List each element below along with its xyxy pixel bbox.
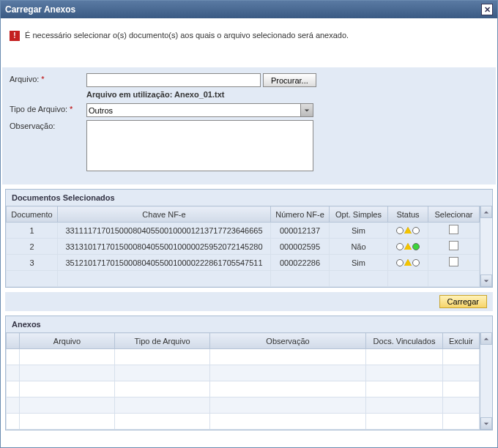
cell-status [388,255,428,271]
cell-chave: 3311117170150008040550010000121371772364… [58,223,271,239]
col-documento[interactable]: Documento [7,206,58,223]
table-row[interactable]: 1 33111171701500080405500100001213717723… [7,223,480,239]
browse-button[interactable]: Procurar... [263,73,316,87]
cell-select [428,223,480,239]
modal-content: ! É necessário selecionar o(s) documento… [1,18,497,441]
docs-header-row: Documento Chave NF-e Número NF-e Opt. Si… [7,206,480,223]
col-obs[interactable]: Observação [210,333,366,349]
required-marker: * [70,105,73,113]
table-row-empty [7,271,480,287]
cell-opt: Sim [330,255,388,271]
form-area: Arquivo:* Procurar... Arquivo em utiliza… [2,67,496,184]
cell-select [428,239,480,255]
observation-textarea[interactable] [86,120,313,171]
table-row[interactable]: 2 33131017170150008040550010000025952072… [7,239,480,255]
modal-title: Carregar Anexos [5,4,75,15]
scrollbar-track[interactable] [480,218,492,275]
row-checkbox[interactable] [449,257,458,266]
obs-label: Observação: [10,120,86,130]
scroll-up-icon[interactable] [480,206,492,218]
modal: Carregar Anexos ✕ ! É necessário selecio… [0,0,498,448]
table-row[interactable]: 3 35121017170150008040550010000222861705… [7,255,480,271]
required-marker: * [41,75,44,83]
anexos-panel: Anexos Arquivo Tipo de Arquivo Observaç [5,316,493,430]
col-numero[interactable]: Número NF-e [271,206,330,223]
file-label: Arquivo:* [10,73,86,83]
scroll-down-icon[interactable] [480,417,492,430]
col-chave[interactable]: Chave NF-e [58,206,271,223]
carregar-button[interactable]: Carregar [439,295,487,308]
cell-opt: Sim [330,223,388,239]
cell-numero: 000022286 [271,255,330,271]
scrollbar-track[interactable] [480,345,492,417]
cell-select [428,255,480,271]
cell-chave: 3512101717015000804055001000022286170554… [58,255,271,271]
anexos-row-empty [7,365,480,381]
cell-idx: 3 [7,255,58,271]
action-bar: Carregar [5,292,493,311]
row-checkbox[interactable] [449,241,458,250]
scrollbar[interactable] [480,332,492,430]
anexos-row-empty [7,381,480,397]
cell-chave: 3313101717015000804055001000002595207214… [58,239,271,255]
anexos-header-row: Arquivo Tipo de Arquivo Observação Docs.… [7,333,480,349]
scrollbar[interactable] [480,206,492,287]
type-label: Tipo de Arquivo:* [10,103,86,113]
anexos-grid-wrap: Arquivo Tipo de Arquivo Observação Docs.… [6,332,492,430]
anexos-panel-title: Anexos [6,316,492,332]
col-opt[interactable]: Opt. Simples [330,206,388,223]
validation-message-text: É necessário selecionar o(s) documento(s… [25,31,349,40]
file-row: Arquivo:* Procurar... [10,73,488,87]
obs-row: Observação: [10,120,488,171]
cell-status [388,223,428,239]
col-tipo[interactable]: Tipo de Arquivo [115,333,210,349]
docs-grid: Documento Chave NF-e Número NF-e Opt. Si… [6,206,480,287]
scroll-up-icon[interactable] [480,332,492,345]
row-checkbox[interactable] [449,225,458,234]
scroll-down-icon[interactable] [480,275,492,287]
docs-grid-wrap: Documento Chave NF-e Número NF-e Opt. Si… [6,206,492,287]
anexos-grid: Arquivo Tipo de Arquivo Observação Docs.… [6,332,480,430]
docs-panel-title: Documentos Selecionados [6,190,492,206]
docs-panel: Documentos Selecionados Documento Chave … [5,189,493,288]
anexos-row-empty [7,414,480,430]
col-expand [7,333,20,349]
cell-numero: 000012137 [271,223,330,239]
cell-numero: 000002595 [271,239,330,255]
cell-status [388,239,428,255]
col-arquivo[interactable]: Arquivo [20,333,115,349]
col-selecionar[interactable]: Selecionar [428,206,480,223]
col-docs[interactable]: Docs. Vinculados [366,333,443,349]
type-select[interactable]: Outros [86,103,313,117]
validation-message: ! É necessário selecionar o(s) documento… [2,20,496,63]
cell-idx: 2 [7,239,58,255]
col-excluir[interactable]: Excluir [443,333,480,349]
file-in-use-name: Anexo_01.txt [174,90,224,99]
cell-opt: Não [330,239,388,255]
type-row: Tipo de Arquivo:* Outros [10,103,488,117]
titlebar: Carregar Anexos ✕ [1,1,497,18]
file-in-use: Arquivo em utilização: Anexo_01.txt [86,90,488,99]
close-icon[interactable]: ✕ [481,4,493,15]
anexos-row-empty [7,397,480,414]
col-status[interactable]: Status [388,206,428,223]
cell-idx: 1 [7,223,58,239]
error-icon: ! [10,31,20,41]
type-select-wrap: Outros [86,103,313,117]
file-input[interactable] [86,73,261,87]
anexos-row-empty [7,349,480,365]
